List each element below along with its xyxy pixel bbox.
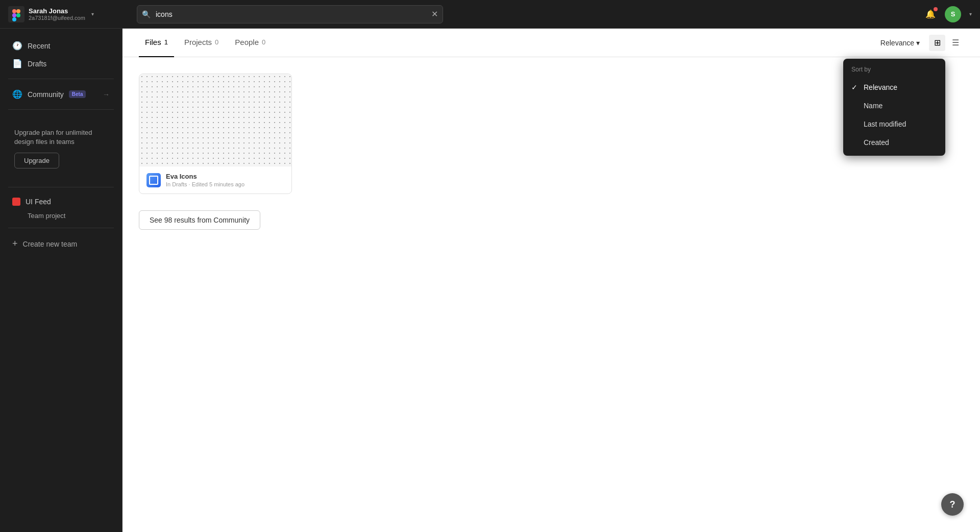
- dropdown-item-name[interactable]: Name: [843, 96, 945, 115]
- tab-files-label: Files: [145, 38, 161, 46]
- svg-point-4: [12, 17, 16, 21]
- notification-badge: [934, 7, 938, 11]
- file-info: Eva Icons In Drafts · Edited 5 minutes a…: [139, 166, 291, 194]
- team-name: UI Feed: [26, 198, 51, 206]
- sidebar: 🕐 Recent 📄 Drafts 🌐 Community Beta → Upg…: [0, 29, 122, 532]
- chevron-down-icon[interactable]: ▾: [91, 11, 94, 17]
- svg-point-1: [12, 9, 16, 13]
- tab-files-count: 1: [164, 38, 168, 46]
- tab-people-count: 0: [262, 38, 265, 46]
- sidebar-divider-2: [8, 109, 114, 110]
- sort-dropdown: Sort by ✓ Relevance Name Last modified C…: [843, 59, 945, 156]
- dropdown-header: Sort by: [843, 63, 945, 78]
- list-view-button[interactable]: ☰: [947, 35, 964, 51]
- sidebar-divider-4: [8, 228, 114, 228]
- sidebar-item-recent[interactable]: 🕐 Recent: [4, 37, 118, 55]
- file-thumbnail: [139, 74, 291, 166]
- tab-projects-label: Projects: [184, 38, 212, 46]
- dots-pattern: [139, 74, 291, 166]
- grid-view-button[interactable]: ⊞: [929, 35, 945, 51]
- dropdown-relevance-label: Relevance: [864, 83, 897, 91]
- tab-people[interactable]: People 0: [229, 29, 272, 57]
- user-info: Sarah Jonas 2a73181f@uifeed.com: [29, 7, 85, 21]
- community-label: Community: [28, 90, 64, 99]
- search-bar: 🔍 ✕: [137, 5, 443, 23]
- svg-point-3: [12, 13, 16, 17]
- search-tabs: Files 1 Projects 0 People 0 Relevance ▾ …: [122, 29, 980, 57]
- sidebar-item-team[interactable]: UI Feed: [4, 194, 118, 210]
- topbar: Sarah Jonas 2a73181f@uifeed.com ▾ 🔍 ✕ 🔔 …: [0, 0, 980, 29]
- avatar[interactable]: S: [945, 6, 961, 22]
- recent-icon: 🕐: [12, 41, 22, 51]
- team-dot-icon: [12, 198, 20, 206]
- user-menu-chevron-icon[interactable]: ▾: [969, 11, 972, 17]
- upgrade-button[interactable]: Upgrade: [14, 153, 59, 168]
- search-clear-button[interactable]: ✕: [431, 9, 438, 19]
- tab-files[interactable]: Files 1: [139, 29, 174, 57]
- view-toggle: ⊞ ☰: [929, 35, 964, 51]
- dropdown-item-last-modified[interactable]: Last modified: [843, 115, 945, 133]
- sort-chevron-icon: ▾: [916, 39, 920, 47]
- check-icon: ✓: [851, 83, 860, 91]
- search-icon: 🔍: [142, 10, 151, 18]
- dropdown-lastmodified-label: Last modified: [864, 120, 906, 128]
- create-team-label: Create new team: [23, 240, 78, 248]
- team-project-label: Team project: [28, 212, 65, 220]
- recent-label: Recent: [28, 42, 50, 50]
- sidebar-divider-3: [8, 187, 114, 187]
- drafts-label: Drafts: [28, 60, 46, 68]
- svg-point-5: [16, 13, 20, 17]
- tab-people-label: People: [235, 38, 259, 46]
- svg-point-2: [16, 9, 20, 13]
- logo-area: Sarah Jonas 2a73181f@uifeed.com ▾: [8, 6, 131, 22]
- search-input[interactable]: [137, 5, 443, 23]
- tab-projects[interactable]: Projects 0: [178, 29, 225, 57]
- sidebar-item-community[interactable]: 🌐 Community Beta →: [4, 85, 118, 103]
- file-type-icon: [146, 173, 161, 187]
- main-layout: 🕐 Recent 📄 Drafts 🌐 Community Beta → Upg…: [0, 29, 980, 532]
- user-name: Sarah Jonas: [29, 7, 85, 15]
- community-left: 🌐 Community Beta: [12, 89, 86, 99]
- sort-label: Relevance: [880, 39, 914, 47]
- dropdown-name-label: Name: [864, 102, 883, 110]
- svg-rect-0: [8, 6, 24, 22]
- dropdown-created-label: Created: [864, 138, 889, 147]
- notifications-button[interactable]: 🔔: [922, 6, 939, 22]
- file-details: Eva Icons In Drafts · Edited 5 minutes a…: [166, 173, 284, 187]
- dropdown-item-relevance[interactable]: ✓ Relevance: [843, 78, 945, 96]
- upgrade-box: Upgrade plan for unlimited design files …: [8, 122, 114, 175]
- sidebar-item-drafts[interactable]: 📄 Drafts: [4, 55, 118, 72]
- file-meta: In Drafts · Edited 5 minutes ago: [166, 181, 284, 187]
- community-icon: 🌐: [12, 89, 22, 99]
- create-team-button[interactable]: + Create new team: [4, 234, 118, 253]
- topbar-right: 🔔 S ▾: [922, 6, 972, 22]
- beta-badge: Beta: [69, 90, 86, 98]
- sidebar-divider-1: [8, 79, 114, 79]
- sort-area: Relevance ▾ ⊞ ☰: [875, 35, 964, 51]
- file-card[interactable]: Eva Icons In Drafts · Edited 5 minutes a…: [139, 74, 292, 194]
- upgrade-text: Upgrade plan for unlimited design files …: [14, 128, 108, 147]
- user-email: 2a73181f@uifeed.com: [29, 15, 85, 21]
- sidebar-item-team-project[interactable]: Team project: [4, 210, 118, 222]
- community-results-button[interactable]: See 98 results from Community: [139, 210, 260, 230]
- app-logo: [8, 6, 24, 22]
- community-arrow-icon: →: [103, 90, 110, 99]
- sort-button[interactable]: Relevance ▾: [875, 36, 925, 50]
- drafts-icon: 📄: [12, 59, 22, 68]
- dropdown-item-created[interactable]: Created: [843, 133, 945, 152]
- plus-icon: +: [12, 238, 18, 249]
- help-button[interactable]: ?: [941, 493, 964, 516]
- tab-projects-count: 0: [215, 38, 218, 46]
- file-title: Eva Icons: [166, 173, 284, 180]
